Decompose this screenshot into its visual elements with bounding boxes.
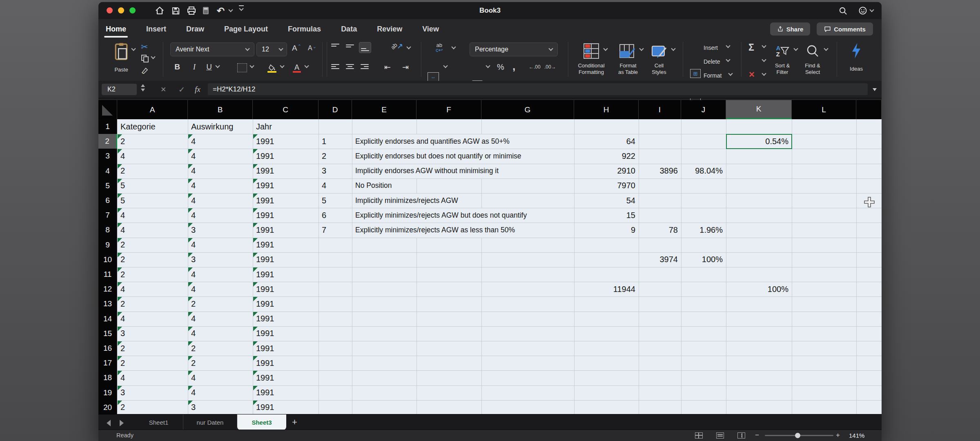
cell-D10[interactable] (318, 252, 352, 267)
cell-K13[interactable] (726, 296, 792, 312)
cell-A5[interactable]: 5 (117, 178, 188, 194)
cell-G10[interactable] (481, 252, 575, 267)
row-header-15[interactable]: 15 (98, 326, 117, 341)
grow-font-button[interactable]: A⌃ (292, 44, 301, 53)
cell-H9[interactable] (574, 238, 639, 253)
format-painter-icon[interactable] (141, 67, 149, 75)
tab-home[interactable]: Home (105, 25, 127, 33)
zoom-slider-knob[interactable] (795, 433, 800, 438)
cell-I16[interactable] (639, 341, 682, 356)
cell-partial15[interactable] (856, 326, 882, 341)
conditional-formatting-icon[interactable] (582, 42, 601, 60)
cell-K18[interactable] (726, 370, 792, 385)
cell-L6[interactable] (792, 193, 857, 208)
underline-chevron-icon[interactable] (216, 66, 219, 67)
cell-L19[interactable] (792, 385, 857, 401)
cell-D6[interactable]: 5 (318, 193, 352, 208)
row-header-18[interactable]: 18 (98, 370, 117, 385)
cell-J15[interactable] (681, 326, 726, 341)
cell-A9[interactable]: 2 (117, 238, 188, 253)
cell-J13[interactable] (681, 296, 726, 312)
cell-G5[interactable] (481, 178, 575, 194)
tab-review[interactable]: Review (376, 25, 403, 33)
sort-filter-chevron-icon[interactable] (794, 49, 797, 50)
row-header-12[interactable]: 12 (98, 282, 117, 297)
cell-L1[interactable] (792, 119, 857, 134)
autosum-chevron-icon[interactable] (762, 46, 766, 47)
row-header-6[interactable]: 6 (98, 193, 117, 208)
column-header-D[interactable]: D (318, 100, 352, 119)
shrink-font-button[interactable]: A⌄ (308, 45, 316, 52)
cell-L13[interactable] (792, 296, 857, 312)
clear-icon[interactable]: ✕ (748, 70, 755, 79)
cell-G19[interactable] (481, 385, 575, 401)
cell-E3[interactable]: Explicitly endorses but does not quantif… (352, 149, 575, 164)
tab-data[interactable]: Data (340, 25, 358, 33)
cell-partial13[interactable] (856, 296, 882, 312)
row-header-10[interactable]: 10 (98, 252, 117, 267)
cell-J20[interactable] (681, 400, 726, 414)
cell-D5[interactable]: 4 (318, 178, 352, 194)
column-header-K[interactable]: K (726, 100, 792, 119)
cell-E5[interactable]: No Position (352, 178, 417, 194)
cell-E19[interactable] (352, 385, 417, 401)
cell-A6[interactable]: 5 (117, 193, 188, 208)
orientation-chevron-icon[interactable] (407, 47, 410, 49)
cell-D19[interactable] (318, 385, 352, 401)
cell-D11[interactable] (318, 267, 352, 282)
cell-F15[interactable] (416, 326, 482, 341)
ideas-icon[interactable] (847, 41, 865, 60)
cell-B5[interactable]: 4 (188, 178, 253, 194)
cell-I3[interactable] (639, 149, 682, 164)
cell-D20[interactable] (318, 400, 352, 414)
sort-filter-icon[interactable]: AZ (773, 42, 792, 60)
cell-A17[interactable]: 2 (117, 356, 188, 371)
sheet-tab-sheet3[interactable]: Sheet3 (237, 414, 286, 430)
cell-J4[interactable]: 98.04% (681, 164, 726, 179)
orientation-icon[interactable]: ab (391, 43, 403, 49)
cell-C7[interactable]: 1991 (253, 208, 319, 223)
column-header-L[interactable]: L (792, 100, 856, 119)
cell-E9[interactable] (352, 238, 417, 253)
cell-F10[interactable] (416, 252, 482, 267)
zoom-in-icon[interactable]: + (836, 431, 840, 439)
cell-F17[interactable] (416, 356, 482, 371)
sheet-tab-sheet1[interactable]: Sheet1 (134, 414, 183, 430)
cell-K16[interactable] (726, 341, 792, 356)
cell-I1[interactable] (639, 119, 682, 134)
cell-C20[interactable]: 1991 (253, 400, 319, 414)
row-header-1[interactable]: 1 (98, 119, 117, 134)
cell-E8[interactable]: Explicitly minimizes/rejects AGW as less… (352, 223, 575, 238)
cell-J8[interactable]: 1.96% (681, 223, 726, 238)
cell-C11[interactable]: 1991 (253, 267, 319, 282)
cell-H12[interactable]: 11944 (574, 282, 639, 297)
cell-J9[interactable] (681, 238, 726, 253)
column-header-I[interactable]: I (639, 100, 681, 119)
cell-H13[interactable] (574, 296, 639, 312)
cell-H6[interactable]: 54 (574, 193, 639, 208)
cell-B11[interactable]: 4 (188, 267, 253, 282)
cell-L10[interactable] (792, 252, 857, 267)
cell-I9[interactable] (639, 238, 682, 253)
cell-E6[interactable]: Implicitly minimizes/rejects AGW (352, 193, 482, 208)
formula-input[interactable]: =H2*K12/H12 (208, 83, 868, 95)
format-as-table-icon[interactable] (618, 42, 637, 60)
cell-E7[interactable]: Explicitly minimizes/rejects AGW but doe… (352, 208, 575, 223)
view-page-break-icon[interactable] (737, 432, 745, 439)
cell-B17[interactable]: 2 (188, 356, 253, 371)
next-sheet-icon[interactable] (120, 420, 124, 426)
cell-J2[interactable] (681, 134, 726, 149)
cell-E14[interactable] (352, 312, 417, 327)
cell-K8[interactable] (726, 223, 792, 238)
cell-I14[interactable] (639, 312, 682, 327)
cell-D16[interactable] (318, 341, 352, 356)
cell-E2[interactable]: Explicitly endorses and quantifies AGW a… (352, 134, 575, 149)
cell-J14[interactable] (681, 312, 726, 327)
cell-G15[interactable] (481, 326, 575, 341)
cell-B6[interactable]: 4 (188, 193, 253, 208)
cell-D9[interactable] (318, 238, 352, 253)
cell-A11[interactable]: 2 (117, 267, 188, 282)
row-header-2[interactable]: 2 (98, 134, 117, 149)
decrease-indent-icon[interactable]: ⇤ (384, 62, 391, 72)
cell-B7[interactable]: 4 (188, 208, 253, 223)
